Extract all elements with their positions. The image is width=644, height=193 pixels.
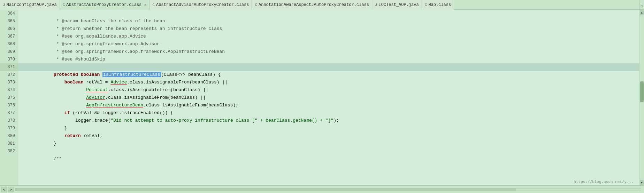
code-line-369: * @see #shouldSkip xyxy=(18,48,639,56)
code-lines: * @param beanClass the class of the bean… xyxy=(18,10,639,155)
bottom-bar: < > xyxy=(0,185,644,193)
code-line-366: * @see org.aopalliance.aop.Advice xyxy=(18,25,639,33)
line-371: 371 xyxy=(0,63,18,71)
line-364: 364 xyxy=(0,10,18,17)
line-373: 373 xyxy=(0,79,18,86)
class-icon: C xyxy=(63,3,65,7)
tab-label: AnnotationAwareAspectJAutoProxyCreator.c… xyxy=(259,2,369,7)
main-area: 364 365 366 367 368 369 370 371 372 373 … xyxy=(0,10,644,185)
code-line-378: } xyxy=(18,117,639,124)
tab-abstract-advisor-auto-proxy[interactable]: C AbstractAdvisorAutoProxyCreator.class xyxy=(150,0,252,10)
maximize-icon[interactable]: □ xyxy=(641,5,643,8)
tab-label: AbstractAdvisorAutoProxyCreator.class xyxy=(156,2,249,7)
code-line-379: return retVal; xyxy=(18,124,639,132)
tab-map[interactable]: C Map.class xyxy=(422,0,454,10)
line-377: 377 xyxy=(0,109,18,117)
line-368: 368 xyxy=(0,40,18,48)
tab-label: AbstractAutoProxyCreator.class xyxy=(66,2,141,7)
scroll-up-button[interactable]: ▲ xyxy=(640,10,644,15)
line-378: 378 xyxy=(0,117,18,124)
line-379: 379 xyxy=(0,124,18,132)
scroll-down-button[interactable]: ▼ xyxy=(640,180,644,185)
line-375: 375 xyxy=(0,94,18,102)
tab-bar-spacer xyxy=(454,0,639,9)
scroll-down-icon: ▼ xyxy=(641,181,643,184)
class-icon: C xyxy=(425,3,427,7)
code-line-368: * @see org.springframework.aop.framework… xyxy=(18,40,639,48)
code-line-365: * @return whether the bean represents an… xyxy=(18,17,639,25)
scroll-left-button[interactable]: < xyxy=(1,187,7,192)
code-line-374: Advisor.class.isAssignableFrom(beanClass… xyxy=(18,86,639,94)
scroll-right-button[interactable]: > xyxy=(8,187,13,192)
code-line-375: AopInfrastructureBean.class.isAssignable… xyxy=(18,94,639,102)
java-icon: J xyxy=(3,3,5,7)
tab-close-icon[interactable]: ✕ xyxy=(144,3,146,7)
line-367: 367 xyxy=(0,33,18,40)
scroll-track[interactable] xyxy=(640,16,644,179)
tab-ioc-test[interactable]: J IOCTest_AOP.java xyxy=(372,0,422,10)
vertical-scrollbar[interactable]: ▲ ▼ xyxy=(639,10,644,185)
scroll-thumb[interactable] xyxy=(640,81,644,102)
code-line-364: * @param beanClass the class of the bean xyxy=(18,10,639,17)
code-line-381 xyxy=(18,140,639,147)
tab-label: IOCTest_AOP.java xyxy=(378,2,419,7)
line-number-gutter: 364 365 366 367 368 369 370 371 372 373 … xyxy=(0,10,18,185)
line-372: 372 xyxy=(0,71,18,79)
code-line-380: } xyxy=(18,132,639,140)
code-line-382: /** xyxy=(18,147,639,155)
code-line-376: if (retVal && logger.isTraceEnabled()) { xyxy=(18,102,639,109)
code-line-372: boolean retVal = Advice.class.isAssignab… xyxy=(18,71,639,79)
tab-label: MainConfigOfAOP.java xyxy=(7,2,57,7)
line-380: 380 xyxy=(0,132,18,140)
bottom-nav: < > xyxy=(1,187,14,192)
tab-label: Map.class xyxy=(428,2,451,7)
horizontal-scrollbar-thumb[interactable] xyxy=(15,188,516,191)
tab-abstract-auto-proxy[interactable]: C AbstractAutoProxyCreator.class ✕ xyxy=(60,0,150,10)
code-line-371: protected boolean isInfrastructureClass(… xyxy=(18,63,639,71)
scroll-up-icon: ▲ xyxy=(641,11,643,14)
tab-annotation-aware[interactable]: C AnnotationAwareAspectJAutoProxyCreator… xyxy=(252,0,372,10)
watermark: https://blog.csdn.net/y... xyxy=(574,180,634,184)
line-381: 381 xyxy=(0,140,18,147)
line-369: 369 xyxy=(0,48,18,56)
code-line-373: Pointcut.class.isAssignableFrom(beanClas… xyxy=(18,79,639,86)
code-line-370: */ xyxy=(18,56,639,63)
tab-bar: J MainConfigOfAOP.java C AbstractAutoPro… xyxy=(0,0,644,10)
line-366: 366 xyxy=(0,25,18,33)
code-line-377: logger.trace("Did not attempt to auto-pr… xyxy=(18,109,639,117)
line-382: 382 xyxy=(0,147,18,155)
line-374: 374 xyxy=(0,86,18,94)
line-365: 365 xyxy=(0,17,18,25)
window-controls: ─ □ xyxy=(639,0,644,9)
minimize-icon[interactable]: ─ xyxy=(641,1,643,5)
line-376: 376 xyxy=(0,102,18,109)
code-line-367: * @see org.springframework.aop.Advisor xyxy=(18,33,639,40)
tab-main-config[interactable]: J MainConfigOfAOP.java xyxy=(0,0,60,10)
class-icon: C xyxy=(152,3,155,7)
line-370: 370 xyxy=(0,56,18,63)
java-icon: J xyxy=(375,3,377,7)
code-area[interactable]: * @param beanClass the class of the bean… xyxy=(18,10,639,185)
horizontal-scrollbar-track[interactable] xyxy=(15,188,641,191)
class-icon: C xyxy=(255,3,257,7)
